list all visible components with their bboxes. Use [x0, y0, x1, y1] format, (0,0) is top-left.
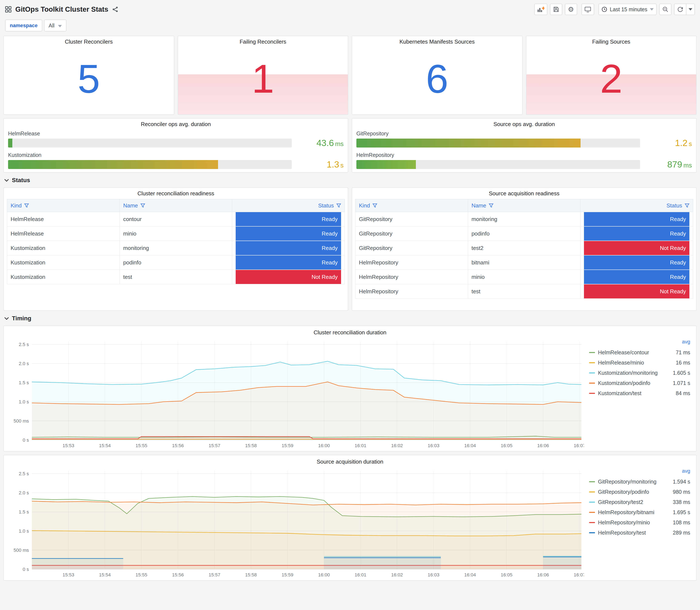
table-row: HelmRepositorytestNot Ready [355, 284, 693, 299]
cell-kind: HelmRepository [355, 270, 468, 284]
filter-icon[interactable] [685, 204, 689, 208]
legend-item[interactable]: Kustomization/monitoring1.605 s [589, 368, 690, 378]
filter-icon[interactable] [489, 204, 493, 208]
filter-icon[interactable] [24, 204, 29, 208]
panel-title[interactable]: Source acquisition readiness [355, 188, 693, 199]
series-name: GitRepository/podinfo [598, 489, 649, 495]
series-name: HelmRepository/bitnami [598, 509, 654, 515]
panel-title[interactable]: Failing Sources [526, 36, 696, 47]
legend-item[interactable]: HelmRepository/minio108 ms [589, 517, 690, 528]
series-avg-value: 16 ms [672, 359, 690, 366]
status-badge: Not Ready [584, 241, 689, 255]
svg-text:0 s: 0 s [23, 437, 29, 443]
dashboard-settings-button[interactable]: ⚙ [565, 4, 577, 15]
gauge-fill [356, 139, 581, 147]
cell-kind: GitRepository [355, 212, 468, 226]
column-header-name[interactable]: Name [120, 199, 232, 212]
chevron-down-icon [4, 179, 9, 182]
table-panels-row: Cluster reconciliation readinessKindName… [3, 188, 697, 311]
table-row: KustomizationmonitoringReady [7, 241, 345, 255]
status-badge: Ready [584, 256, 689, 270]
legend-item[interactable]: GitRepository/test2338 ms [589, 497, 690, 507]
status-badge: Not Ready [236, 270, 341, 284]
panel-title[interactable]: Failing Reconcilers [178, 36, 348, 47]
series-avg-value: 1.594 s [669, 479, 690, 485]
refresh-button[interactable] [674, 4, 686, 15]
gauge-label: GitRepository [356, 130, 692, 137]
series-color-marker [589, 393, 595, 394]
chart-canvas[interactable]: 15:5315:5415:5515:5615:5715:5815:5916:00… [6, 338, 584, 449]
section-header-timing[interactable]: Timing [4, 315, 696, 322]
legend-item[interactable]: Kustomization/test84 ms [589, 388, 690, 398]
filter-icon[interactable] [337, 204, 341, 208]
legend-item[interactable]: GitRepository/podinfo980 ms [589, 487, 690, 497]
svg-text:16:00: 16:00 [318, 572, 330, 577]
variable-value-dropdown[interactable]: All [44, 19, 66, 31]
panel-title[interactable]: Cluster Reconcilers [4, 36, 174, 47]
legend-item[interactable]: HelmRelease/contour71 ms [589, 347, 690, 357]
panel-title[interactable]: Source ops avg. duration [352, 118, 696, 130]
gauge-line: 43.6ms [8, 138, 344, 148]
save-dashboard-button[interactable] [550, 4, 562, 15]
table-row: GitRepositorymonitoringReady [355, 212, 693, 226]
series-name: Kustomization/monitoring [598, 370, 658, 376]
legend-avg-header[interactable]: avg [589, 339, 690, 347]
column-header-status[interactable]: Status [580, 199, 693, 212]
filter-icon[interactable] [141, 204, 145, 208]
chart-body: 15:5315:5415:5515:5615:5715:5815:5916:00… [6, 467, 694, 579]
table-header: KindNameStatus [355, 199, 693, 212]
legend-item[interactable]: GitRepository/monitoring1.594 s [589, 477, 690, 487]
panel-title[interactable]: Reconciler ops avg. duration [4, 118, 348, 130]
chart-canvas[interactable]: 15:5315:5415:5515:5615:5715:5815:5916:00… [6, 467, 584, 579]
svg-text:15:57: 15:57 [209, 572, 221, 577]
series-name: HelmRepository/minio [598, 519, 650, 526]
gauge-panel: Source ops avg. durationGitRepository1.2… [352, 118, 697, 173]
table-row: GitRepositorytest2Not Ready [355, 241, 693, 255]
panel-title[interactable]: Cluster reconciliation duration [6, 327, 694, 338]
gauge-label: Kustomization [8, 152, 344, 158]
add-panel-button[interactable] [534, 4, 548, 15]
cell-name: podinfo [120, 255, 232, 270]
svg-text:1.5 s: 1.5 s [19, 380, 29, 385]
table-row: GitRepositorypodinfoReady [355, 226, 693, 241]
column-header-status[interactable]: Status [232, 199, 345, 212]
legend-avg-header[interactable]: avg [589, 468, 690, 477]
time-range-picker[interactable]: Last 15 minutes [599, 4, 657, 15]
legend-item[interactable]: HelmRepository/bitnami1.695 s [589, 507, 690, 517]
legend-item[interactable]: HelmRelease/minio16 ms [589, 357, 690, 368]
chart-plot: 15:5315:5415:5515:5615:5715:5815:5916:00… [6, 338, 584, 449]
cell-kind: HelmRelease [7, 226, 120, 241]
panel-title[interactable]: Source acquisition duration [6, 456, 694, 467]
series-name: HelmRepository/test [598, 530, 646, 536]
refresh-interval-dropdown[interactable] [686, 4, 695, 15]
section-label: Status [12, 177, 30, 183]
cycle-view-button[interactable] [582, 4, 594, 15]
column-header-kind[interactable]: Kind [7, 199, 120, 212]
panel-title[interactable]: Kubernetes Manifests Sources [352, 36, 522, 47]
column-header-kind[interactable]: Kind [355, 199, 468, 212]
gauge-line: 879ms [356, 159, 692, 170]
stat-panel: Cluster Reconcilers5 [3, 36, 174, 115]
legend-item[interactable]: HelmRepository/test289 ms [589, 528, 690, 538]
cell-status: Not Ready [232, 270, 345, 284]
share-icon[interactable] [112, 6, 118, 12]
chart-body: 15:5315:5415:5515:5615:5715:5815:5916:00… [6, 338, 694, 449]
cell-kind: Kustomization [7, 270, 120, 284]
series-color-marker [589, 383, 595, 384]
legend-item[interactable]: Kustomization/podinfo1.071 s [589, 378, 690, 388]
gauge-value: 43.6ms [296, 138, 344, 148]
variable-selected-value: All [49, 22, 54, 29]
series-avg-value: 108 ms [669, 519, 690, 526]
cell-name: monitoring [120, 241, 232, 255]
bar-gauge: Kustomization1.3s [8, 152, 344, 170]
status-badge: Not Ready [584, 284, 689, 299]
cell-status: Ready [580, 270, 693, 284]
section-header-status[interactable]: Status [4, 177, 696, 183]
panel-title[interactable]: Cluster reconciliation readiness [7, 188, 345, 199]
table-row: KustomizationpodinfoReady [7, 255, 345, 270]
table-row: HelmRepositoryminioReady [355, 270, 693, 284]
filter-icon[interactable] [373, 204, 377, 208]
column-header-name[interactable]: Name [468, 199, 581, 212]
zoom-out-time-button[interactable] [659, 4, 671, 15]
series-color-marker [589, 362, 595, 363]
